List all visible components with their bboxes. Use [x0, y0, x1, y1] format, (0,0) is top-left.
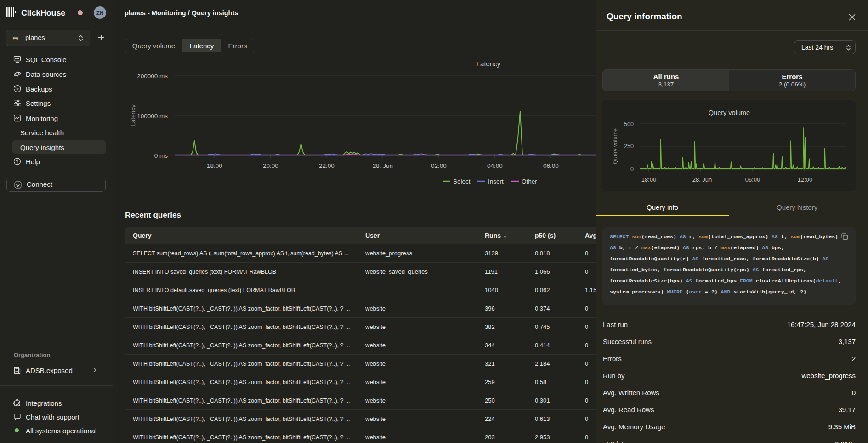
svg-text:Query volume: Query volume	[612, 128, 618, 164]
svg-text:250: 250	[624, 143, 634, 150]
svg-text:Query volume: Query volume	[709, 109, 750, 116]
svg-text:28. Jun: 28. Jun	[692, 176, 712, 183]
svg-text:0: 0	[630, 166, 634, 173]
svg-text:18:00: 18:00	[641, 176, 657, 183]
svg-text:500: 500	[624, 121, 634, 127]
svg-text:12:00: 12:00	[798, 176, 813, 183]
svg-text:06:00: 06:00	[745, 176, 760, 183]
